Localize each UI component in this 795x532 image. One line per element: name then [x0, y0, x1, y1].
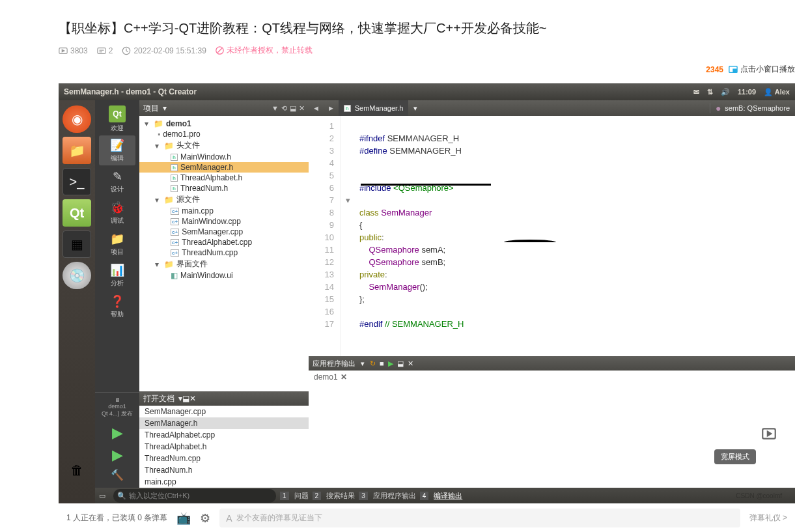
locator-input[interactable]: 🔍 输入以定位(Ctrl+K) — [113, 489, 276, 503]
publish-time: 2022-02-09 15:51:39 — [122, 46, 206, 55]
svg-marker-1 — [62, 49, 64, 52]
filter-icon[interactable]: ▼ — [272, 104, 279, 113]
mode-edit[interactable]: 📝编辑 — [99, 135, 135, 165]
nav-back-icon[interactable]: ◄ — [309, 104, 324, 112]
output-close-icon[interactable]: ✕ — [408, 359, 413, 368]
editor-toolbar: ◄ ► hSemManager.h ▾ ●semB: QSemaphore — [309, 100, 795, 116]
output-header: 应用程序输出▾ ↻ ■ ▶ ⬓ ✕ — [309, 356, 795, 371]
network-icon[interactable]: ⇅ — [707, 88, 713, 96]
nav-fwd-icon[interactable]: ► — [324, 104, 339, 112]
issues-button[interactable]: 1 — [280, 492, 289, 500]
progress-time: 05:48 / 20:37 — [161, 458, 203, 466]
sync-icon[interactable]: ⟲ — [281, 104, 287, 113]
output-tab[interactable]: demo1 ✕ — [309, 371, 352, 384]
dash-icon[interactable]: ◉ — [63, 105, 91, 133]
workspace-icon[interactable]: ▦ — [63, 231, 91, 258]
open-docs-list[interactable]: SemManager.cpp SemManager.h ThreadAlphab… — [139, 406, 309, 488]
sound-icon[interactable]: 🔊 — [721, 88, 730, 96]
danmu-bar: 1 人正在看，已装填 0 条弹幕 📺 ⚙ A发个友善的弹幕见证当下 弹幕礼仪 > — [59, 503, 795, 532]
run-button[interactable]: ▶ — [112, 425, 123, 441]
mail-icon[interactable]: ✉ — [693, 88, 699, 96]
csdn-watermark: CSDN @coolmf — [736, 492, 782, 499]
mode-design[interactable]: ✎设计 — [99, 167, 135, 197]
search-results-button[interactable]: 2 — [313, 492, 322, 500]
danmu-toggle-icon[interactable]: 📺 — [176, 511, 191, 525]
svg-rect-9 — [733, 69, 736, 72]
user-menu[interactable]: 👤 Alex — [764, 88, 790, 96]
files-icon[interactable]: 📁 — [63, 137, 91, 164]
clock: 11:09 — [738, 88, 756, 96]
play-icon[interactable]: ▶ — [388, 359, 393, 368]
trash-icon[interactable]: 🗑 — [63, 456, 91, 484]
qtcreator-icon[interactable]: Qt — [63, 199, 91, 227]
file-tab[interactable]: hSemManager.h — [339, 100, 409, 116]
svg-rect-2 — [98, 48, 105, 53]
danmu-etiquette[interactable]: 弹幕礼仪 > — [749, 512, 787, 524]
code-editor[interactable]: 1 2 3 4 5 6 7 8 9 10 11 12 13 14 15 16 1… — [309, 116, 795, 356]
locator-bar: ▭ 🔍 输入以定位(Ctrl+K) 1问题 2搜索结果 3应用程序输出 4编译输… — [95, 488, 795, 503]
target-selector[interactable]: 🖥demo1Qt 4...) 发布 — [95, 392, 139, 422]
video-player[interactable]: SemManager.h - demo1 - Qt Creator ✉ ⇅ 🔊 … — [59, 83, 795, 503]
project-tree[interactable]: ▾📁demo1 ▪demo1.pro ▾📁头文件 hMainWindow.h h… — [139, 116, 309, 391]
svg-line-7 — [217, 48, 222, 53]
danmu-settings-icon[interactable]: ⚙ — [200, 511, 210, 525]
project-panel-header: 项目▾ ▼⟲⬓✕ — [139, 100, 309, 116]
viewer-count: 1 人正在看，已装填 0 条弹幕 — [66, 512, 167, 524]
app-output-button[interactable]: 3 — [359, 492, 368, 500]
mode-bar: Qt欢迎 📝编辑 ✎设计 🐞调试 📁项目 📊分析 ❓帮助 🖥demo1Qt 4.… — [95, 100, 139, 488]
mode-analyze[interactable]: 📊分析 — [99, 260, 135, 290]
annotation-underline — [361, 184, 491, 186]
replay-button[interactable] — [755, 419, 783, 448]
symbol-selector[interactable]: ●semB: QSemaphore — [710, 103, 795, 113]
page-meta: 3803 2 2022-02-09 15:51:39 未经作者授权，禁止转载 — [59, 45, 736, 61]
build-button[interactable]: 🔨 — [111, 469, 124, 481]
mode-debug[interactable]: 🐞调试 — [99, 198, 135, 228]
page-title: 【职坐标】C++学习-QT进阶教程：QT线程与网络，快速掌握大厂C++开发必备技… — [59, 7, 736, 45]
compile-output-button[interactable]: 4 — [420, 492, 429, 500]
mode-welcome[interactable]: Qt欢迎 — [99, 104, 135, 134]
line-numbers: 1 2 3 4 5 6 7 8 9 10 11 12 13 14 15 16 1… — [309, 116, 341, 356]
rerun-icon[interactable]: ↻ — [370, 359, 376, 368]
danmu-input[interactable]: A发个友善的弹幕见证当下 — [219, 509, 740, 527]
output-pane-toggle-icon[interactable]: ▭ — [95, 492, 109, 500]
repost-notice: 未经作者授权，禁止转载 — [216, 45, 313, 56]
disc-icon[interactable]: 💿 — [63, 262, 91, 289]
views: 3803 — [59, 46, 88, 55]
mode-help[interactable]: ❓帮助 — [99, 292, 135, 322]
window-titlebar: SemManager.h - demo1 - Qt Creator ✉ ⇅ 🔊 … — [59, 83, 795, 100]
svg-marker-11 — [768, 432, 771, 436]
danmaku-count: 2 — [97, 46, 113, 55]
ubuntu-launcher: ◉ 📁 >_ Qt ▦ 💿 🗑 — [59, 100, 95, 503]
terminal-icon[interactable]: >_ — [63, 168, 91, 195]
output-split-icon[interactable]: ⬓ — [397, 359, 404, 368]
split-icon[interactable]: ⬓ — [290, 104, 296, 113]
widescreen-button[interactable]: 宽屏模式 — [714, 449, 756, 464]
debug-run-button[interactable]: ▶ — [112, 447, 123, 464]
pip-button[interactable]: 点击小窗口播放 — [729, 64, 795, 75]
stop-icon[interactable]: ■ — [380, 359, 384, 367]
annotation-arrow — [504, 240, 556, 245]
logo-2345: 2345 — [706, 65, 723, 74]
mode-projects[interactable]: 📁项目 — [99, 229, 135, 259]
open-docs-header: 打开文档▾ ⬓✕ — [139, 391, 309, 406]
output-pane[interactable]: demo1 ✕ — [309, 371, 795, 488]
close-panel-icon[interactable]: ✕ — [299, 104, 305, 113]
watermark: 职坐标 — [735, 171, 782, 191]
